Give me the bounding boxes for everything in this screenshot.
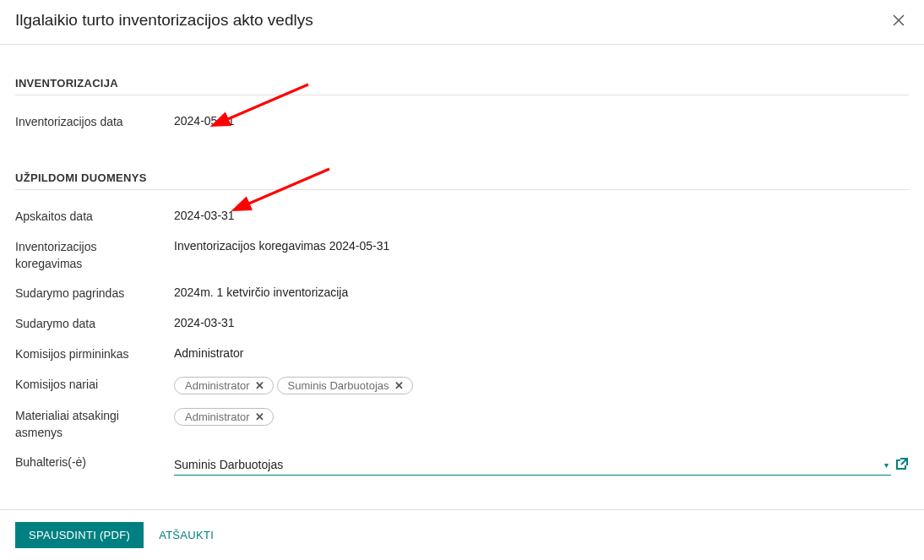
value-members[interactable]: Administrator✕Suminis Darbuotojas✕ <box>174 377 909 394</box>
section-heading-filled: UŽPILDOMI DUOMENYS <box>15 138 909 190</box>
dialog-content: INVENTORIZACIJA Inventorizacijos data 20… <box>0 45 924 482</box>
dialog-title: Ilgalaikio turto inventorizacijos akto v… <box>15 11 313 30</box>
row-responsible: Materialiai atsakingi asmenys Administra… <box>15 401 909 448</box>
row-creation-date: Sudarymo data 2024-03-31 <box>15 309 909 340</box>
dialog-footer: SPAUSDINTI (PDF) ATŠAUKTI <box>0 509 924 560</box>
row-chair: Komisijos pirmininkas Administrator <box>15 340 909 370</box>
row-basis: Sudarymo pagrindas 2024m. 1 ketvirčio in… <box>15 279 909 309</box>
label-correction: Inventorizacijos koregavimas <box>15 239 174 272</box>
tag-label: Administrator <box>185 379 250 392</box>
value-accounting-date: 2024-03-31 <box>174 209 909 222</box>
print-pdf-button[interactable]: SPAUSDINTI (PDF) <box>15 522 144 548</box>
label-basis: Sudarymo pagrindas <box>15 285 174 302</box>
tag-item[interactable]: Administrator✕ <box>174 408 274 426</box>
value-chair: Administrator <box>174 346 909 360</box>
accountant-input[interactable]: Suminis Darbuotojas <box>174 454 891 476</box>
accountant-lookup[interactable]: Suminis Darbuotojas ▾ <box>174 454 909 476</box>
value-inventory-date: 2024-05-31 <box>174 114 909 128</box>
section-heading-inventory: INVENTORIZACIJA <box>15 45 909 95</box>
cancel-button[interactable]: ATŠAUKTI <box>159 529 214 541</box>
row-accounting-date: Apskaitos data 2024-03-31 <box>15 202 909 232</box>
row-accountant: Buhalteris(-ė) Suminis Darbuotojas ▾ <box>15 448 909 482</box>
close-icon <box>892 14 905 27</box>
label-accountant: Buhalteris(-ė) <box>15 454 174 471</box>
open-external-icon[interactable] <box>895 457 909 473</box>
label-inventory-date: Inventorizacijos data <box>15 114 174 131</box>
tag-item[interactable]: Suminis Darbuotojas✕ <box>277 377 413 394</box>
label-creation-date: Sudarymo data <box>15 316 174 333</box>
tag-item[interactable]: Administrator✕ <box>174 377 274 394</box>
value-correction: Inventorizacijos koregavimas 2024-05-31 <box>174 239 909 253</box>
close-button[interactable] <box>889 10 909 30</box>
value-creation-date: 2024-03-31 <box>174 316 909 329</box>
label-responsible: Materialiai atsakingi asmenys <box>15 408 174 441</box>
value-basis: 2024m. 1 ketvirčio inventorizacija <box>174 285 909 299</box>
value-responsible[interactable]: Administrator✕ <box>174 408 909 426</box>
tag-remove-icon[interactable]: ✕ <box>255 410 264 423</box>
row-inventory-date: Inventorizacijos data 2024-05-31 <box>15 107 909 138</box>
label-members: Komisijos nariai <box>15 377 174 394</box>
dialog-header: Ilgalaikio turto inventorizacijos akto v… <box>0 0 924 45</box>
label-chair: Komisijos pirmininkas <box>15 346 174 363</box>
tag-label: Suminis Darbuotojas <box>288 379 389 392</box>
row-correction: Inventorizacijos koregavimas Inventoriza… <box>15 232 909 279</box>
tag-remove-icon[interactable]: ✕ <box>255 379 264 392</box>
row-members: Komisijos nariai Administrator✕Suminis D… <box>15 370 909 401</box>
tag-remove-icon[interactable]: ✕ <box>394 379 404 392</box>
tag-label: Administrator <box>185 410 250 423</box>
label-accounting-date: Apskaitos data <box>15 209 174 226</box>
